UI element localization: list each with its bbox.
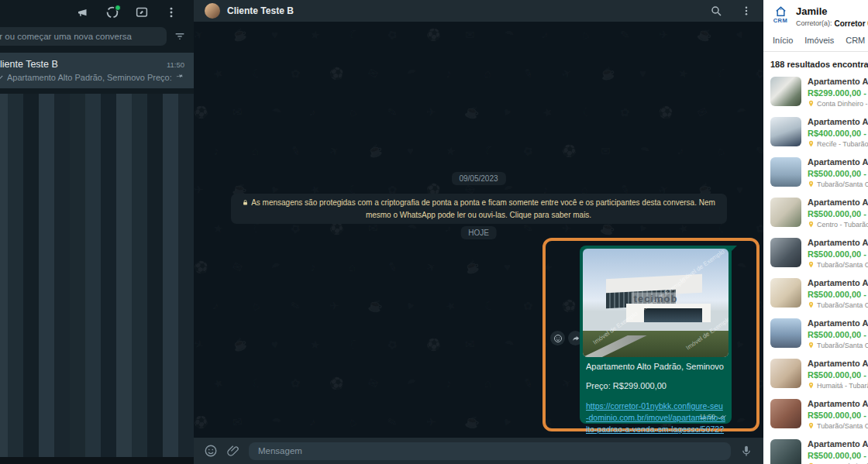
map-pin-icon: [808, 180, 815, 187]
listing-price: R$500.000,00 - Venda: [808, 370, 868, 380]
listing-location: Tubarão/Santa Catarina: [817, 301, 868, 309]
listing-photo: [770, 278, 801, 308]
listing-row[interactable]: Apartamento Alto Padrão R$400.000,00 - V…: [763, 112, 868, 153]
listing-price: R$500.000,00 - Venda: [808, 411, 868, 420]
map-pin-icon: [808, 382, 815, 389]
map-pin-icon: [808, 342, 815, 349]
listing-location: Conta Dinheiro - Lages/SC: [817, 100, 868, 108]
listing-photo: [770, 318, 801, 348]
listing-title: Apartamento Alto Padrão: [808, 157, 868, 167]
contact-avatar[interactable]: [205, 3, 220, 19]
chat-item-name: Cliente Teste B: [0, 59, 58, 70]
agent-name: Jamile: [796, 5, 868, 18]
listing-title: Apartamento Alto Padrão: [808, 77, 868, 86]
chat-item-info: Cliente Teste B 11:50 Apartamento Alto P…: [0, 59, 184, 83]
listing-photo: [770, 359, 801, 388]
pinned-icon: [175, 73, 184, 82]
crm-header: CRM Jamile Corretor(a): Corretor 04: [763, 0, 868, 29]
listing-location: Tubarão/Santa Catarina: [817, 342, 868, 349]
listing-price: R$500.000,00 - Venda: [808, 169, 868, 178]
message-time: 11:50: [699, 413, 715, 421]
composer-bar: [194, 438, 763, 464]
react-emoji-icon[interactable]: [550, 331, 565, 345]
listing-title: Apartamento Alto Padrão: [808, 318, 868, 328]
listing-photo: [770, 77, 801, 106]
message-input[interactable]: [249, 442, 731, 460]
attach-icon[interactable]: [226, 444, 240, 458]
outgoing-message-bubble[interactable]: Imóvel de Exemplo Imóvel de Exemplo Imóv…: [580, 246, 732, 424]
listing-price: R$400.000,00 - Venda: [808, 129, 868, 138]
e2e-encryption-notice[interactable]: As mensagens são protegidas com a cripto…: [231, 194, 727, 224]
contact-name[interactable]: Cliente Teste B: [227, 5, 692, 16]
listing-photo: [770, 117, 801, 146]
crm-logo-text: CRM: [770, 17, 790, 24]
sidebar-blur-mosaic: [0, 94, 194, 457]
map-pin-icon: [808, 140, 815, 147]
chat-list-item[interactable]: Cliente Teste B 11:50 Apartamento Alto P…: [0, 53, 194, 88]
menu-icon[interactable]: [740, 5, 753, 17]
map-pin-icon: [808, 100, 815, 107]
map-pin-icon: [808, 221, 815, 228]
message-hover-actions: [550, 331, 583, 345]
listing-row[interactable]: Apartamento Alto Padrão R$500.000,00 - V…: [763, 314, 868, 354]
mic-icon[interactable]: [739, 444, 753, 458]
agent-role-value[interactable]: Corretor 04: [835, 19, 868, 29]
listing-location: Tubarão/Santa Catarina: [817, 180, 868, 188]
listing-title: Apartamento Alto Padrão: [808, 198, 868, 207]
listing-row[interactable]: Apartamento Alto Padrão R$500.000,00 - V…: [763, 394, 868, 435]
tab-imoveis[interactable]: Imóveis: [804, 36, 834, 51]
listing-row[interactable]: Apartamento Alto Padrão R$299.000,00 - V…: [763, 72, 868, 112]
listing-row[interactable]: Apartamento Alto Padrão R$500.000,00 - V…: [763, 193, 868, 233]
emoji-icon[interactable]: [204, 444, 218, 458]
results-count: 188 resultados encontrados: [763, 52, 868, 72]
e2e-notice-text: As mensagens são protegidas com a cripto…: [251, 198, 715, 219]
listing-title: Apartamento Alto Padrão: [808, 278, 868, 287]
status-icon[interactable]: [105, 5, 119, 19]
map-pin-icon: [808, 301, 815, 308]
listing-title: Apartamento Alto Padrão: [808, 359, 868, 368]
search-icon[interactable]: [710, 5, 722, 17]
chat-item-time: 11:50: [167, 60, 184, 69]
photo-building-glass: [644, 308, 702, 322]
search-box[interactable]: [0, 27, 167, 46]
screen: Cliente Teste B 11:50 Apartamento Alto P…: [0, 0, 868, 464]
filter-icon[interactable]: [174, 30, 186, 43]
listing-photo: [770, 238, 801, 267]
listing-location: Centro - Tubarão/SC: [817, 221, 868, 229]
listing-row[interactable]: Apartamento Alto Padrão R$500.000,00 - V…: [763, 354, 868, 394]
status-unread-dot: [115, 5, 121, 11]
listing-title: Apartamento Alto Padrão: [808, 117, 868, 126]
whatsapp-sidebar: Cliente Teste B 11:50 Apartamento Alto P…: [0, 0, 195, 464]
map-pin-icon: [808, 261, 815, 268]
crm-tabs: Início Imóveis CRM Anotações: [763, 29, 868, 52]
message-meta: 11:50: [699, 412, 727, 421]
conversation-header: Cliente Teste B: [194, 0, 763, 22]
listing-title: Apartamento Alto Padrão: [808, 238, 868, 247]
tab-crm[interactable]: CRM: [846, 36, 865, 51]
channels-icon[interactable]: [76, 5, 90, 19]
menu-icon[interactable]: [164, 5, 178, 19]
listings-list: Apartamento Alto Padrão R$299.000,00 - V…: [763, 72, 868, 464]
property-photo[interactable]: Imóvel de Exemplo Imóvel de Exemplo Imóv…: [583, 249, 728, 357]
listing-title: Apartamento Alto Padrão: [808, 439, 868, 449]
listing-price: R$500.000,00 - Venda: [808, 290, 868, 299]
lock-icon: [242, 199, 249, 206]
sidebar-search-row: [0, 27, 186, 46]
today-chip: HOJE: [460, 226, 497, 239]
listing-row[interactable]: Apartamento Alto Padrão R$500.000,00 - V…: [763, 233, 868, 273]
crm-logo-icon[interactable]: CRM: [770, 5, 790, 24]
search-input[interactable]: [0, 31, 159, 42]
listing-row[interactable]: Apartamento Alto Padrão R$500.000,00 - V…: [763, 273, 868, 314]
conversation-pane: Cliente Teste B ✈☕♥★☾✿⚽✉☂♪⌂✎✈☕♥★☾✿⚽✉☂♪⌂✎…: [194, 0, 763, 464]
delivered-check-icon: [718, 412, 727, 421]
listing-price: R$500.000,00 - Venda: [808, 249, 868, 259]
listing-location: Tubarão/Santa Catarina: [817, 261, 868, 269]
tab-inicio[interactable]: Início: [773, 36, 793, 51]
listing-price: R$500.000,00 - Venda: [808, 330, 868, 339]
listing-row[interactable]: Apartamento Alto Padrão R$500.000,00 - V…: [763, 153, 868, 193]
listing-row[interactable]: Apartamento Alto Padrão R$500.000,00 - V…: [763, 435, 868, 464]
message-property-title: Apartamento Alto Padrão, Seminovo: [586, 362, 725, 371]
new-chat-icon[interactable]: [135, 5, 149, 19]
listing-price: R$500.000,00 - Venda: [808, 209, 868, 218]
crm-extension-panel: CRM Jamile Corretor(a): Corretor 04 Iníc…: [763, 0, 868, 464]
